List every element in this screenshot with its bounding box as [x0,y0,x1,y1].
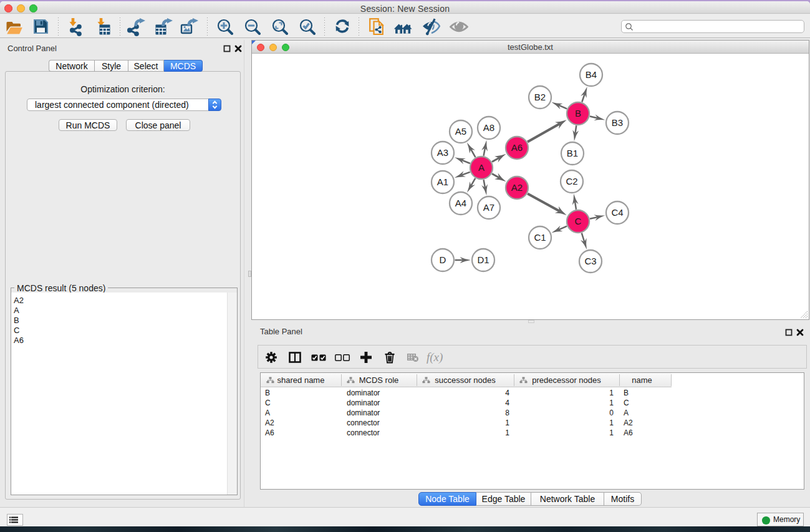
svg-text:A2: A2 [511,182,523,193]
svg-text:A4: A4 [455,198,466,208]
svg-text:A6: A6 [511,142,523,153]
svg-text:D1: D1 [477,254,489,265]
svg-text:C4: C4 [611,207,623,218]
svg-text:B3: B3 [612,117,623,128]
svg-text:B: B [575,108,581,118]
svg-text:B2: B2 [534,92,546,102]
svg-text:B4: B4 [586,69,597,80]
svg-text:B1: B1 [567,148,578,158]
svg-text:D: D [440,254,446,265]
svg-text:A7: A7 [483,202,494,213]
svg-text:C2: C2 [566,176,577,186]
svg-text:C1: C1 [534,232,546,243]
svg-text:A: A [478,162,485,173]
svg-text:A5: A5 [455,126,466,137]
svg-text:A1: A1 [437,177,448,187]
svg-text:C: C [575,216,582,226]
svg-text:A8: A8 [483,122,494,133]
svg-text:A3: A3 [437,147,448,158]
svg-text:C3: C3 [584,256,596,266]
